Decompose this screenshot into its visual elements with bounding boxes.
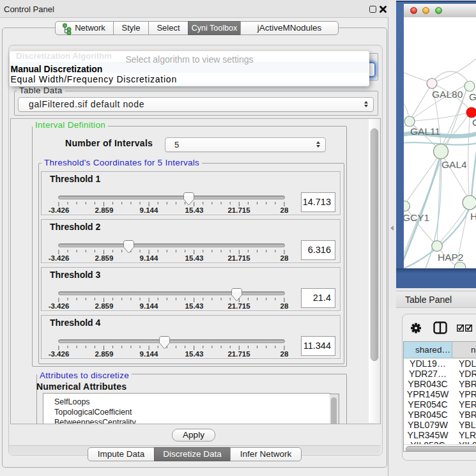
svg-text:GAL4: GAL4 <box>441 159 467 170</box>
svg-text:GAL11: GAL11 <box>410 126 440 137</box>
svg-text:H: H <box>470 211 476 222</box>
svg-text:HAP2: HAP2 <box>438 252 464 263</box>
svg-text:C: C <box>472 117 476 128</box>
svg-text:GCY1: GCY1 <box>404 212 429 223</box>
svg-text:GAL80: GAL80 <box>432 89 463 100</box>
svg-text:GA: GA <box>469 91 476 102</box>
